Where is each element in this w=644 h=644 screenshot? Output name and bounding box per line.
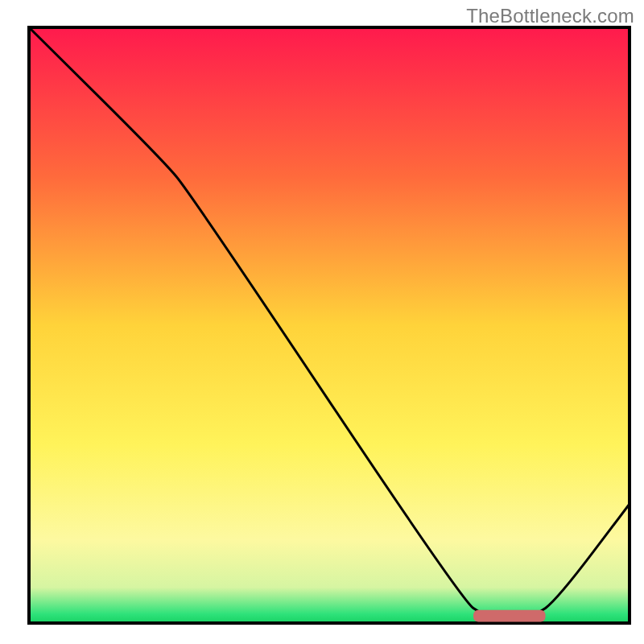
chart-frame: TheBottleneck.com xyxy=(0,0,644,644)
watermark-label: TheBottleneck.com xyxy=(466,5,634,27)
optimal-range-marker xyxy=(473,610,546,622)
bottleneck-chart xyxy=(0,0,644,644)
